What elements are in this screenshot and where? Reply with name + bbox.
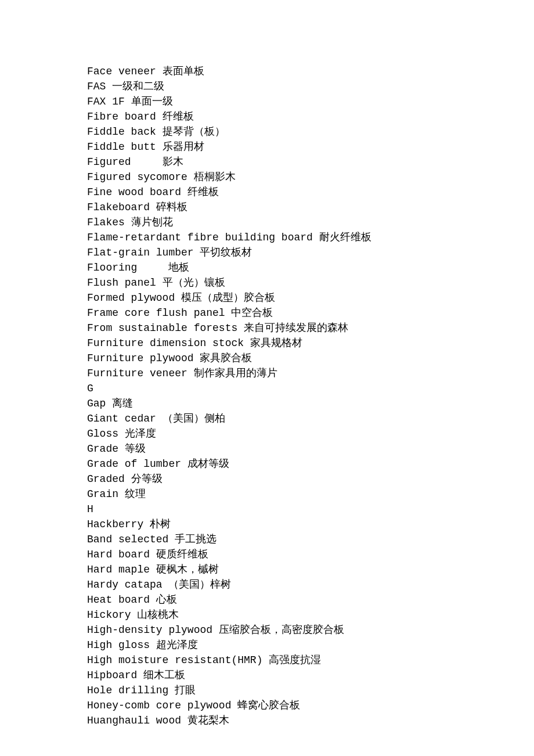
glossary-line: Formed plywood 模压（成型）胶合板 — [87, 290, 447, 305]
glossary-line: G — [87, 381, 447, 396]
glossary-line: Furniture dimension stock 家具规格材 — [87, 336, 447, 351]
glossary-line: Figured 影木 — [87, 154, 447, 170]
glossary-line: Fibre board 纤维板 — [87, 109, 447, 124]
glossary-line: Flakes 薄片刨花 — [87, 215, 447, 230]
glossary-line: Hard maple 硬枫木，槭树 — [87, 562, 447, 577]
glossary-line: Gloss 光泽度 — [87, 426, 447, 441]
glossary-line: Fiddle back 提琴背（板） — [87, 124, 447, 139]
glossary-line: Flame-retardant fibre building board 耐火纤… — [87, 230, 447, 245]
glossary-line: Furniture plywood 家具胶合板 — [87, 351, 447, 366]
glossary-line: Hardy catapa （美国）梓树 — [87, 577, 447, 592]
glossary-line: Hipboard 细木工板 — [87, 668, 447, 683]
glossary-line: Hackberry 朴树 — [87, 517, 447, 532]
glossary-line: Flush panel 平（光）镶板 — [87, 275, 447, 290]
glossary-line: Huanghauli wood 黄花梨木 — [87, 713, 447, 728]
glossary-line: Frame core flush panel 中空合板 — [87, 305, 447, 321]
glossary-line: Hole drilling 打眼 — [87, 683, 447, 698]
glossary-line: Figured sycomore 梧桐影木 — [87, 170, 447, 185]
glossary-line: Graded 分等级 — [87, 471, 447, 487]
glossary-line: Furniture veneer 制作家具用的薄片 — [87, 366, 447, 381]
glossary-line: Honey-comb core plywood 蜂窝心胶合板 — [87, 698, 447, 713]
glossary-line: Fiddle butt 乐器用材 — [87, 139, 447, 154]
document-page: Face veneer 表面单板FAS 一级和二级FAX 1F 单面一级Fibr… — [0, 0, 447, 728]
glossary-line: High moisture resistant(HMR) 高强度抗湿 — [87, 653, 447, 668]
glossary-line: High gloss 超光泽度 — [87, 638, 447, 653]
glossary-line: From sustainable forests 来自可持续发展的森林 — [87, 321, 447, 336]
glossary-line: Flooring 地板 — [87, 260, 447, 275]
glossary-line: Gap 离缝 — [87, 396, 447, 411]
glossary-line: Flakeboard 碎料板 — [87, 200, 447, 215]
glossary-line: Grade of lumber 成材等级 — [87, 456, 447, 471]
glossary-line: Face veneer 表面单板 — [87, 64, 447, 79]
glossary-line: Giant cedar （美国）侧柏 — [87, 411, 447, 426]
glossary-line: Band selected 手工挑选 — [87, 532, 447, 547]
glossary-line: H — [87, 502, 447, 517]
glossary-line: Flat-grain lumber 平切纹板材 — [87, 245, 447, 260]
glossary-line: Heat board 心板 — [87, 592, 447, 607]
glossary-line: Grain 纹理 — [87, 487, 447, 502]
glossary-line: Hard board 硬质纤维板 — [87, 547, 447, 562]
glossary-line: Grade 等级 — [87, 441, 447, 456]
glossary-line: FAX 1F 单面一级 — [87, 94, 447, 109]
glossary-line: FAS 一级和二级 — [87, 79, 447, 94]
glossary-line: High-density plywood 压缩胶合板，高密度胶合板 — [87, 622, 447, 638]
glossary-line: Hickory 山核桃木 — [87, 607, 447, 622]
glossary-line: Fine wood board 纤维板 — [87, 185, 447, 200]
